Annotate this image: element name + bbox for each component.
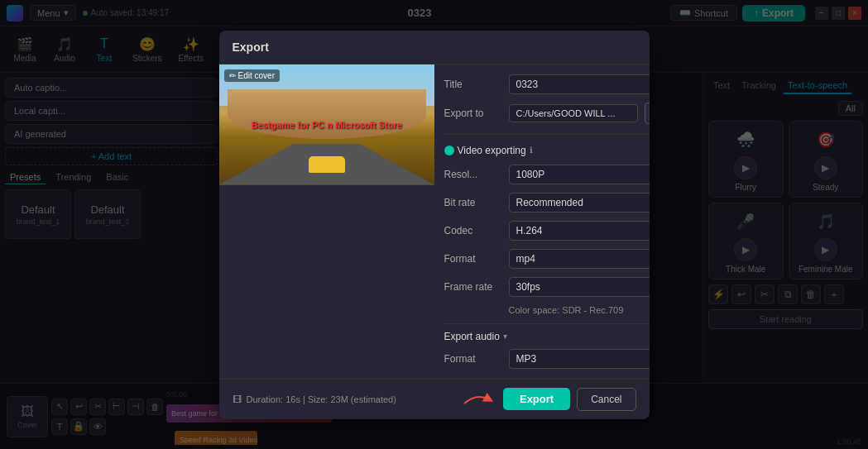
preview-image: Bestgame for PC n Microsoft Store ✏ Edit… <box>219 64 434 185</box>
bitrate-select[interactable]: Recommended ▾ <box>509 193 650 213</box>
audio-format-row: Format MP3 ▾ <box>444 349 650 369</box>
modal-title: Export <box>219 31 650 64</box>
modal-body: Bestgame for PC n Microsoft Store ✏ Edit… <box>219 64 650 379</box>
folder-browse-button[interactable]: 📁 <box>645 103 650 124</box>
codec-label: Codec <box>444 225 502 236</box>
color-space-info: Color space: SDR - Rec.709 <box>444 305 650 315</box>
export-to-label: Export to <box>444 107 502 119</box>
format-select[interactable]: mp4 ▾ <box>509 249 650 269</box>
edit-cover-button[interactable]: ✏ Edit cover <box>224 69 280 82</box>
audio-chevron-icon: ▾ <box>503 332 507 341</box>
export-confirm-button[interactable]: Export <box>503 388 570 410</box>
video-check-icon <box>444 146 454 155</box>
resolution-select[interactable]: 1080P ▾ <box>509 165 650 184</box>
title-row: Title <box>444 74 650 94</box>
audio-label-text: Export audio <box>444 331 500 342</box>
resolution-row: Resol... 1080P ▾ <box>444 165 650 184</box>
edit-pencil-icon: ✏ <box>229 71 236 80</box>
export-path-input[interactable] <box>509 104 638 122</box>
duration-text: Duration: 16s | Size: 23M (estimated) <box>247 394 396 404</box>
audio-section-title: Export audio ▾ <box>444 331 650 342</box>
framerate-row: Frame rate 30fps ▾ <box>444 277 650 297</box>
modal-overlay: Export Bestgame for PC n Microsoft Store… <box>0 0 868 449</box>
title-label: Title <box>444 79 502 90</box>
resolution-label: Resol... <box>444 169 502 180</box>
modal-preview: Bestgame for PC n Microsoft Store ✏ Edit… <box>219 64 434 379</box>
format-value: mp4 <box>516 253 535 265</box>
duration-info: 🎞 Duration: 16s | Size: 23M (estimated) <box>233 391 496 408</box>
format-label: Format <box>444 253 502 265</box>
framerate-select[interactable]: 30fps ▾ <box>509 277 650 297</box>
format-row: Format mp4 ▾ <box>444 249 650 269</box>
title-input[interactable] <box>509 74 650 94</box>
cancel-button[interactable]: Cancel <box>577 388 635 411</box>
audio-section: Export audio ▾ Format MP3 ▾ <box>444 323 650 369</box>
car-shape <box>309 156 345 173</box>
export-to-row: Export to 📁 <box>444 103 650 124</box>
modal-footer: 🎞 Duration: 16s | Size: 23M (estimated) … <box>219 379 650 419</box>
edit-cover-label: Edit cover <box>238 71 275 80</box>
framerate-value: 30fps <box>516 281 540 293</box>
preview-overlay-text: Bestgame for PC n Microsoft Store <box>251 120 401 130</box>
info-icon: ℹ <box>530 146 533 155</box>
audio-format-label: Format <box>444 353 502 365</box>
bitrate-row: Bit rate Recommended ▾ <box>444 193 650 213</box>
arrow-indicator <box>460 391 493 408</box>
bitrate-label: Bit rate <box>444 197 502 208</box>
codec-row: Codec H.264 ▾ <box>444 221 650 241</box>
framerate-label: Frame rate <box>444 281 502 293</box>
cliff-bg <box>228 89 426 139</box>
section-divider-1 <box>444 134 650 135</box>
export-modal: Export Bestgame for PC n Microsoft Store… <box>219 31 650 419</box>
audio-format-value: MP3 <box>516 353 537 365</box>
resolution-value: 1080P <box>516 169 545 180</box>
audio-format-select[interactable]: MP3 ▾ <box>509 349 650 369</box>
codec-value: H.264 <box>516 225 543 236</box>
codec-select[interactable]: H.264 ▾ <box>509 221 650 241</box>
video-exporting-label: Video exporting <box>458 145 526 156</box>
film-icon: 🎞 <box>233 394 242 404</box>
bitrate-value: Recommended <box>516 197 583 208</box>
video-exporting-title: Video exporting ℹ <box>444 145 650 156</box>
modal-form: Title Export to 📁 Video exporting ℹ Reso… <box>434 64 650 379</box>
